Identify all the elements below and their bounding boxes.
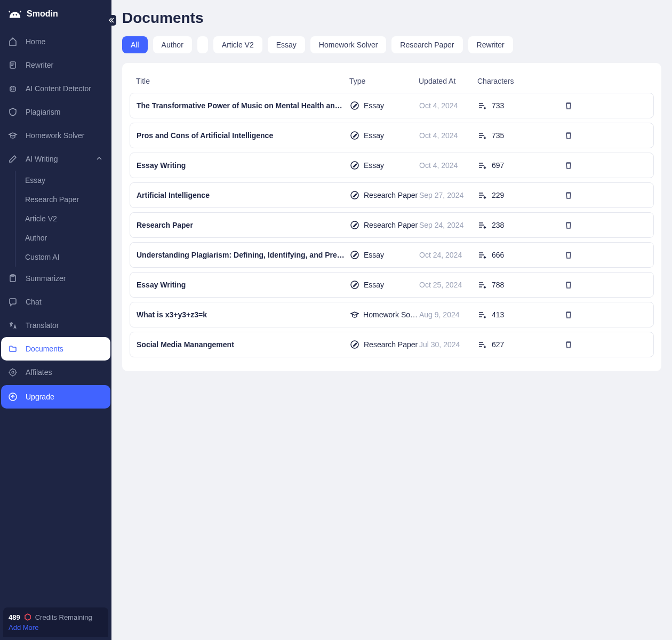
svg-point-7 xyxy=(14,89,14,90)
table-row[interactable]: The Transformative Power of Music on Men… xyxy=(130,93,654,118)
delete-button[interactable] xyxy=(558,161,579,170)
filter-row: All Author Article V2 Essay Homework Sol… xyxy=(122,36,661,53)
sidebar-item-translator[interactable]: Translator xyxy=(1,314,110,337)
doc-chars: 735 xyxy=(478,131,558,140)
sidebar-item-rewriter[interactable]: Rewriter xyxy=(1,53,110,77)
chars-icon xyxy=(478,251,486,259)
delete-button[interactable] xyxy=(558,191,579,199)
subnav-essay[interactable]: Essay xyxy=(21,171,111,190)
svg-point-11 xyxy=(12,371,14,373)
chat-icon xyxy=(7,297,18,307)
doc-title: What is x3+y3+z3=k xyxy=(137,310,350,319)
sidebar-item-affiliates[interactable]: Affilates xyxy=(1,361,110,384)
chars-icon xyxy=(478,281,486,289)
filter-research-paper[interactable]: Research Paper xyxy=(391,36,462,53)
doc-title: Social Media Manangement xyxy=(137,340,350,349)
type-icon xyxy=(350,220,359,230)
sidebar-item-ai-writing[interactable]: AI Writing xyxy=(1,147,110,171)
doc-chars: 666 xyxy=(478,251,558,259)
doc-title: Artificial Intelligence xyxy=(137,191,350,199)
pen-icon xyxy=(7,154,18,164)
subnav-article-v2[interactable]: Article V2 xyxy=(21,209,111,228)
doc-chars: 413 xyxy=(478,310,558,319)
delete-button[interactable] xyxy=(558,101,579,110)
sidebar-item-summarizer[interactable]: Summarizer xyxy=(1,267,110,290)
table-row[interactable]: Social Media ManangementResearch PaperJu… xyxy=(130,332,654,357)
sidebar-item-homework[interactable]: Homework Solver xyxy=(1,124,110,147)
table-row[interactable]: Pros and Cons of Artificial Intelligence… xyxy=(130,123,654,148)
header-title: Title xyxy=(136,77,349,85)
table-row[interactable]: Essay WritingEssayOct 4, 2024697 xyxy=(130,153,654,178)
sidebar-item-ai-detector[interactable]: AI Content Detector xyxy=(1,77,110,100)
filter-article-v2[interactable]: Article V2 xyxy=(213,36,262,53)
doc-date: Oct 4, 2024 xyxy=(419,131,478,140)
collapse-sidebar-button[interactable] xyxy=(106,15,116,26)
trash-icon xyxy=(564,251,573,259)
sidebar-item-chat[interactable]: Chat xyxy=(1,290,110,314)
trash-icon xyxy=(564,131,573,140)
table-row[interactable]: Understanding Plagiarism: Defining, Iden… xyxy=(130,242,654,268)
svg-rect-5 xyxy=(10,87,15,91)
delete-button[interactable] xyxy=(558,221,579,229)
subnav-research-paper[interactable]: Research Paper xyxy=(21,190,111,209)
delete-button[interactable] xyxy=(558,281,579,289)
chars-icon xyxy=(478,310,486,319)
filter-empty[interactable] xyxy=(197,36,208,53)
delete-button[interactable] xyxy=(558,310,579,319)
nav-list: Home Rewriter AI Content Detector Plagia… xyxy=(0,28,111,604)
trash-icon xyxy=(564,101,573,110)
type-icon xyxy=(350,340,359,349)
doc-title: Essay Writing xyxy=(137,161,350,170)
sidebar-item-upgrade[interactable]: Upgrade xyxy=(1,385,110,409)
sidebar-item-documents[interactable]: Documents xyxy=(1,337,110,361)
upgrade-icon xyxy=(7,391,18,402)
delete-button[interactable] xyxy=(558,131,579,140)
doc-type: Essay xyxy=(350,131,419,140)
svg-point-6 xyxy=(12,89,12,90)
header-type: Type xyxy=(349,77,419,85)
folder-icon xyxy=(7,343,18,354)
chars-icon xyxy=(478,161,486,170)
delete-button[interactable] xyxy=(558,251,579,259)
filter-essay[interactable]: Essay xyxy=(268,36,305,53)
doc-date: Oct 4, 2024 xyxy=(419,101,478,110)
type-icon xyxy=(350,161,359,170)
trash-icon xyxy=(564,221,573,229)
trash-icon xyxy=(564,340,573,349)
page-title: Documents xyxy=(122,10,661,27)
subnav-custom-ai[interactable]: Custom AI xyxy=(21,247,111,267)
type-icon xyxy=(350,310,359,319)
doc-type: Essay xyxy=(350,250,419,260)
doc-chars: 229 xyxy=(478,191,558,199)
header-chars: Characters xyxy=(477,77,557,85)
table-row[interactable]: Research PaperResearch PaperSep 24, 2024… xyxy=(130,212,654,238)
delete-button[interactable] xyxy=(558,340,579,349)
table-row[interactable]: Artificial IntelligenceResearch PaperSep… xyxy=(130,182,654,208)
sidebar-item-home[interactable]: Home xyxy=(1,30,110,53)
sidebar-item-plagiarism[interactable]: Plagiarism xyxy=(1,100,110,124)
app-logo-icon xyxy=(9,7,21,20)
chars-icon xyxy=(478,221,486,229)
ai-writing-submenu: Essay Research Paper Article V2 Author C… xyxy=(15,171,111,267)
add-more-link[interactable]: Add More xyxy=(9,623,103,631)
chars-icon xyxy=(478,191,486,199)
type-icon xyxy=(350,190,359,200)
svg-point-3 xyxy=(15,14,17,15)
filter-all[interactable]: All xyxy=(122,36,148,53)
doc-date: Oct 4, 2024 xyxy=(419,161,478,170)
subnav-author[interactable]: Author xyxy=(21,228,111,247)
table-row[interactable]: Essay WritingEssayOct 25, 2024788 xyxy=(130,272,654,298)
filter-homework-solver[interactable]: Homework Solver xyxy=(310,36,386,53)
chars-icon xyxy=(478,101,486,110)
filter-rewriter[interactable]: Rewriter xyxy=(468,36,513,53)
doc-type: Essay xyxy=(350,101,419,110)
doc-chars: 238 xyxy=(478,221,558,229)
shield-icon xyxy=(7,107,18,117)
doc-type: Research Paper xyxy=(350,190,419,200)
table-row[interactable]: What is x3+y3+z3=kHomework SolverAug 9, … xyxy=(130,302,654,327)
home-icon xyxy=(7,36,18,47)
trash-icon xyxy=(564,161,573,170)
trash-icon xyxy=(564,191,573,199)
doc-date: Sep 24, 2024 xyxy=(419,221,478,229)
filter-author[interactable]: Author xyxy=(153,36,192,53)
